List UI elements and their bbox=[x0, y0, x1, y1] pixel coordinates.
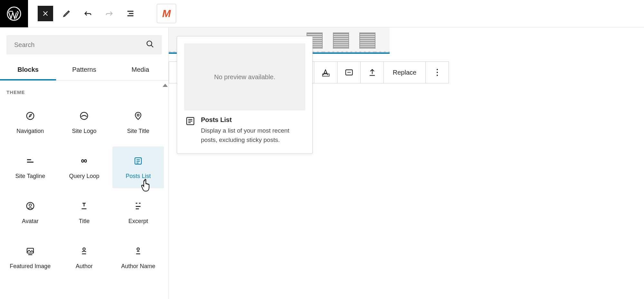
block-navigation[interactable]: Navigation bbox=[5, 101, 56, 143]
svg-point-17 bbox=[437, 72, 438, 73]
upload-icon bbox=[368, 68, 377, 77]
toolbar-more-button[interactable] bbox=[425, 62, 449, 83]
preview-title: Posts List bbox=[201, 116, 304, 124]
compass-icon bbox=[25, 109, 35, 122]
tagline-icon bbox=[25, 154, 35, 167]
block-label: Site Title bbox=[127, 127, 149, 135]
list-icon bbox=[133, 154, 143, 167]
block-inserter-panel: Blocks Patterns Media THEME Navigation S… bbox=[0, 27, 169, 299]
tab-patterns[interactable]: Patterns bbox=[56, 60, 112, 80]
image-icon bbox=[25, 245, 35, 257]
pin-icon bbox=[133, 109, 143, 122]
block-label: Navigation bbox=[16, 127, 44, 135]
svg-point-7 bbox=[29, 204, 32, 207]
block-query-loop[interactable]: Query Loop bbox=[59, 146, 110, 188]
block-label: Query Loop bbox=[69, 173, 99, 180]
loop-icon bbox=[79, 154, 89, 167]
svg-point-1 bbox=[147, 41, 152, 46]
svg-point-13 bbox=[347, 72, 348, 73]
svg-point-9 bbox=[83, 248, 86, 250]
posts-list-icon bbox=[185, 116, 195, 145]
outline-icon bbox=[126, 9, 135, 18]
block-preview-popover: No preview available. Posts List Display… bbox=[177, 36, 313, 154]
tab-blocks[interactable]: Blocks bbox=[0, 60, 56, 80]
avatar-icon bbox=[25, 200, 35, 212]
block-label: Posts List bbox=[126, 173, 151, 180]
svg-point-10 bbox=[137, 248, 139, 250]
block-label: Site Tagline bbox=[15, 173, 45, 180]
svg-point-2 bbox=[27, 112, 34, 120]
plugin-button[interactable]: M bbox=[157, 4, 176, 23]
wordpress-icon bbox=[7, 6, 21, 21]
text-overlay-icon bbox=[321, 68, 330, 77]
block-avatar[interactable]: Avatar bbox=[5, 192, 56, 233]
toolbar-text-button[interactable] bbox=[314, 62, 337, 83]
toolbar-aspect-button[interactable] bbox=[337, 62, 360, 83]
block-excerpt[interactable]: Excerpt bbox=[112, 192, 164, 233]
block-site-tagline[interactable]: Site Tagline bbox=[5, 146, 56, 188]
svg-rect-8 bbox=[27, 248, 33, 253]
dots-square-icon bbox=[345, 68, 354, 77]
svg-point-16 bbox=[437, 69, 438, 70]
block-label: Site Logo bbox=[72, 127, 96, 135]
block-author[interactable]: Author bbox=[59, 237, 110, 278]
author-name-icon bbox=[133, 245, 143, 257]
preview-thumbnail: No preview available. bbox=[184, 43, 305, 110]
block-featured-image[interactable]: Featured Image bbox=[5, 237, 56, 278]
block-posts-list[interactable]: Posts List bbox=[112, 146, 164, 188]
inserter-tabs: Blocks Patterns Media bbox=[0, 60, 168, 80]
scroll-up-arrow-icon[interactable] bbox=[163, 84, 168, 87]
tab-media[interactable]: Media bbox=[112, 60, 168, 80]
block-label: Author bbox=[76, 263, 93, 270]
close-inserter-button[interactable] bbox=[38, 6, 53, 21]
toolbar-group-left: M bbox=[28, 4, 176, 23]
undo-icon bbox=[83, 9, 92, 18]
author-icon bbox=[79, 245, 89, 257]
excerpt-icon bbox=[133, 200, 143, 212]
pencil-icon bbox=[62, 9, 71, 18]
block-label: Author Name bbox=[121, 263, 155, 270]
search-input[interactable] bbox=[14, 41, 146, 49]
theme-section-heading: THEME bbox=[0, 80, 168, 98]
edit-button[interactable] bbox=[59, 6, 74, 21]
close-icon bbox=[42, 10, 49, 17]
svg-point-15 bbox=[350, 72, 351, 73]
logo-icon bbox=[79, 109, 89, 122]
toolbar-upload-button[interactable] bbox=[360, 62, 384, 83]
block-label: Title bbox=[79, 218, 90, 225]
more-vertical-icon bbox=[436, 68, 438, 77]
redo-icon bbox=[105, 9, 114, 18]
block-site-logo[interactable]: Site Logo bbox=[59, 101, 110, 143]
block-author-name[interactable]: Author Name bbox=[112, 237, 164, 278]
top-toolbar: M bbox=[0, 0, 644, 27]
block-label: Avatar bbox=[22, 218, 39, 225]
undo-button[interactable] bbox=[80, 6, 96, 21]
title-icon bbox=[79, 200, 89, 212]
svg-point-14 bbox=[348, 72, 349, 73]
block-grid: Navigation Site Logo Site Title Site Tag… bbox=[0, 98, 168, 278]
svg-point-18 bbox=[437, 75, 438, 76]
search-icon bbox=[146, 40, 154, 50]
plugin-icon: M bbox=[162, 8, 171, 20]
preview-description: Display a list of your most recent posts… bbox=[201, 126, 304, 145]
block-label: Excerpt bbox=[128, 218, 148, 225]
svg-point-4 bbox=[137, 114, 139, 116]
wordpress-logo[interactable] bbox=[0, 0, 28, 27]
svg-point-3 bbox=[80, 112, 88, 120]
block-site-title[interactable]: Site Title bbox=[112, 101, 164, 143]
block-label: Featured Image bbox=[10, 263, 51, 270]
block-title[interactable]: Title bbox=[59, 192, 110, 233]
search-box bbox=[6, 35, 162, 54]
toolbar-replace-button[interactable]: Replace bbox=[384, 62, 425, 83]
redo-button[interactable] bbox=[101, 6, 117, 21]
list-view-button[interactable] bbox=[123, 6, 138, 21]
